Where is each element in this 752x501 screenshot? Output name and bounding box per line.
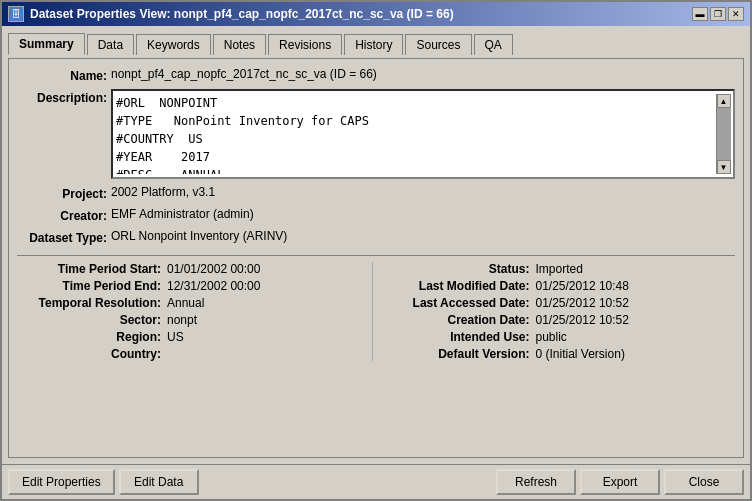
region-row: Region: US: [17, 330, 372, 344]
tab-sources[interactable]: Sources: [405, 34, 471, 55]
sector-label: Sector:: [17, 313, 167, 327]
close-window-button[interactable]: ✕: [728, 7, 744, 21]
divider-section: Time Period Start: 01/01/2002 00:00 Time…: [17, 255, 735, 361]
region-value: US: [167, 330, 184, 344]
close-button[interactable]: Close: [664, 469, 744, 495]
time-period-end-label: Time Period End:: [17, 279, 167, 293]
edit-properties-button[interactable]: Edit Properties: [8, 469, 115, 495]
name-value: nonpt_pf4_cap_nopfc_2017ct_nc_sc_va (ID …: [111, 67, 735, 81]
dataset-type-value: ORL Nonpoint Inventory (ARINV): [111, 229, 735, 243]
last-accessed-value: 01/25/2012 10:52: [536, 296, 629, 310]
description-label: Description:: [17, 89, 107, 105]
description-row: Description: #ORL NONPOINT #TYPE NonPoin…: [17, 89, 735, 179]
window-title: Dataset Properties View: nonpt_pf4_cap_n…: [30, 7, 454, 21]
temporal-resolution-label: Temporal Resolution:: [17, 296, 167, 310]
sector-value: nonpt: [167, 313, 197, 327]
tab-data[interactable]: Data: [87, 34, 134, 55]
scroll-track[interactable]: [717, 108, 731, 160]
info-grid: Time Period Start: 01/01/2002 00:00 Time…: [17, 262, 735, 361]
minimize-button[interactable]: ▬: [692, 7, 708, 21]
bottom-right-buttons: Refresh Export Close: [496, 469, 744, 495]
tab-keywords[interactable]: Keywords: [136, 34, 211, 55]
last-modified-label: Last Modified Date:: [381, 279, 536, 293]
name-row: Name: nonpt_pf4_cap_nopfc_2017ct_nc_sc_v…: [17, 67, 735, 83]
status-value: Imported: [536, 262, 583, 276]
tab-history[interactable]: History: [344, 34, 403, 55]
country-row: Country:: [17, 347, 372, 361]
tab-summary[interactable]: Summary: [8, 33, 85, 55]
default-version-value: 0 (Initial Version): [536, 347, 625, 361]
time-period-start-label: Time Period Start:: [17, 262, 167, 276]
time-period-end-row: Time Period End: 12/31/2002 00:00: [17, 279, 372, 293]
dataset-type-label: Dataset Type:: [17, 229, 107, 245]
temporal-resolution-row: Temporal Resolution: Annual: [17, 296, 372, 310]
title-bar: 🗄 Dataset Properties View: nonpt_pf4_cap…: [2, 2, 750, 26]
tab-qa[interactable]: QA: [474, 34, 513, 55]
country-label: Country:: [17, 347, 167, 361]
name-label: Name:: [17, 67, 107, 83]
time-period-start-value: 01/01/2002 00:00: [167, 262, 260, 276]
refresh-button[interactable]: Refresh: [496, 469, 576, 495]
time-period-end-value: 12/31/2002 00:00: [167, 279, 260, 293]
status-label: Status:: [381, 262, 536, 276]
time-period-start-row: Time Period Start: 01/01/2002 00:00: [17, 262, 372, 276]
restore-button[interactable]: ❐: [710, 7, 726, 21]
tab-revisions[interactable]: Revisions: [268, 34, 342, 55]
title-buttons: ▬ ❐ ✕: [692, 7, 744, 21]
status-row: Status: Imported: [381, 262, 736, 276]
project-row: Project: 2002 Platform, v3.1: [17, 185, 735, 201]
scroll-down-button[interactable]: ▼: [717, 160, 731, 174]
app-icon: 🗄: [8, 6, 24, 22]
summary-panel: Name: nonpt_pf4_cap_nopfc_2017ct_nc_sc_v…: [8, 58, 744, 458]
last-modified-row: Last Modified Date: 01/25/2012 10:48: [381, 279, 736, 293]
creation-date-row: Creation Date: 01/25/2012 10:52: [381, 313, 736, 327]
creation-date-label: Creation Date:: [381, 313, 536, 327]
description-scrollbar: ▲ ▼: [716, 94, 730, 174]
tab-notes[interactable]: Notes: [213, 34, 266, 55]
sector-row: Sector: nonpt: [17, 313, 372, 327]
export-button[interactable]: Export: [580, 469, 660, 495]
last-accessed-label: Last Accessed Date:: [381, 296, 536, 310]
creation-date-value: 01/25/2012 10:52: [536, 313, 629, 327]
right-info-col: Status: Imported Last Modified Date: 01/…: [372, 262, 736, 361]
project-label: Project:: [17, 185, 107, 201]
left-info-col: Time Period Start: 01/01/2002 00:00 Time…: [17, 262, 372, 361]
scroll-up-button[interactable]: ▲: [717, 94, 731, 108]
default-version-label: Default Version:: [381, 347, 536, 361]
description-text: #ORL NONPOINT #TYPE NonPoint Inventory f…: [116, 94, 716, 174]
content-area: Summary Data Keywords Notes Revisions Hi…: [2, 26, 750, 464]
project-value: 2002 Platform, v3.1: [111, 185, 735, 199]
region-label: Region:: [17, 330, 167, 344]
last-modified-value: 01/25/2012 10:48: [536, 279, 629, 293]
creator-row: Creator: EMF Administrator (admin): [17, 207, 735, 223]
last-accessed-row: Last Accessed Date: 01/25/2012 10:52: [381, 296, 736, 310]
intended-use-label: Intended Use:: [381, 330, 536, 344]
tab-bar: Summary Data Keywords Notes Revisions Hi…: [8, 32, 744, 54]
bottom-bar: Edit Properties Edit Data Refresh Export…: [2, 464, 750, 499]
default-version-row: Default Version: 0 (Initial Version): [381, 347, 736, 361]
edit-data-button[interactable]: Edit Data: [119, 469, 199, 495]
intended-use-row: Intended Use: public: [381, 330, 736, 344]
dataset-type-row: Dataset Type: ORL Nonpoint Inventory (AR…: [17, 229, 735, 245]
temporal-resolution-value: Annual: [167, 296, 204, 310]
main-window: 🗄 Dataset Properties View: nonpt_pf4_cap…: [0, 0, 752, 501]
bottom-left-buttons: Edit Properties Edit Data: [8, 469, 199, 495]
intended-use-value: public: [536, 330, 567, 344]
description-box[interactable]: #ORL NONPOINT #TYPE NonPoint Inventory f…: [111, 89, 735, 179]
title-bar-left: 🗄 Dataset Properties View: nonpt_pf4_cap…: [8, 6, 454, 22]
creator-value: EMF Administrator (admin): [111, 207, 735, 221]
creator-label: Creator:: [17, 207, 107, 223]
